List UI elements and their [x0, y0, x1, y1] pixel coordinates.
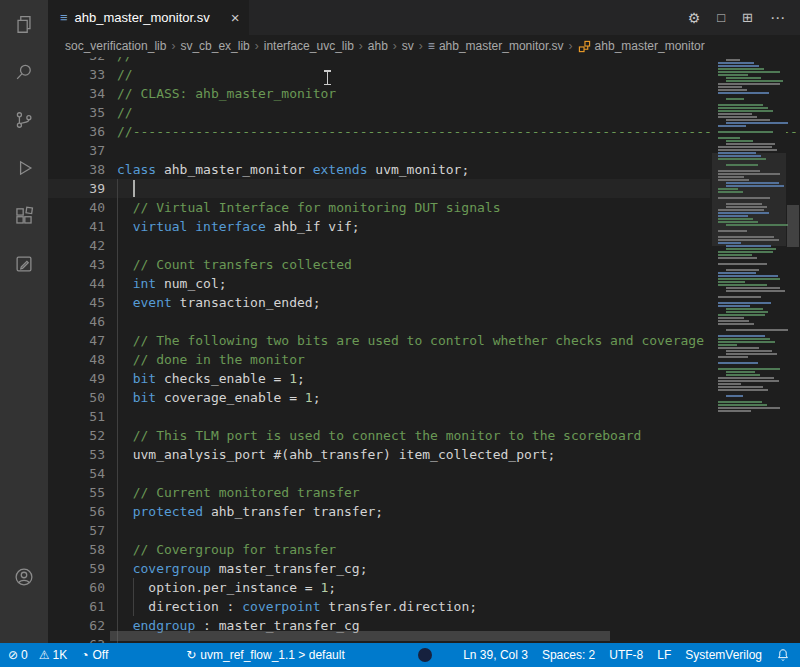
- notifications-bell-icon[interactable]: [776, 648, 790, 662]
- source-control-icon[interactable]: [0, 96, 48, 144]
- uvm-flow-status[interactable]: ↻ uvm_ref_flow_1.1 > default: [186, 648, 344, 662]
- code-line[interactable]: 34// CLASS: ahb_master_monitor: [48, 84, 710, 103]
- breadcrumb-item[interactable]: ahb: [368, 39, 388, 53]
- line-number[interactable]: 56: [48, 502, 105, 521]
- code-line[interactable]: 39: [48, 179, 710, 198]
- code-line[interactable]: 38class ahb_master_monitor extends uvm_m…: [48, 160, 710, 179]
- code-line[interactable]: 50 bit coverage_enable = 1;: [48, 388, 710, 407]
- line-number[interactable]: 59: [48, 559, 105, 578]
- code-line[interactable]: 56 protected ahb_transfer transfer;: [48, 502, 710, 521]
- breadcrumb-item-file[interactable]: ≡ ahb_master_monitor.sv: [428, 39, 564, 53]
- line-number[interactable]: 44: [48, 274, 105, 293]
- line-number[interactable]: 47: [48, 331, 105, 350]
- breadcrumb-item[interactable]: interface_uvc_lib: [264, 39, 354, 53]
- code-line[interactable]: 49 bit checks_enable = 1;: [48, 369, 710, 388]
- code-line[interactable]: 40 // Virtual Interface for monitoring D…: [48, 198, 710, 217]
- code-line[interactable]: 42: [48, 236, 710, 255]
- line-number[interactable]: 36: [48, 122, 105, 141]
- extensions-icon[interactable]: [0, 192, 48, 240]
- code-line[interactable]: 33//: [48, 65, 710, 84]
- code-line[interactable]: 55 // Current monitored transfer: [48, 483, 710, 502]
- line-number[interactable]: 38: [48, 160, 105, 179]
- line-number[interactable]: 54: [48, 464, 105, 483]
- code-line[interactable]: 43 // Count transfers collected: [48, 255, 710, 274]
- code-line[interactable]: 54: [48, 464, 710, 483]
- code-line[interactable]: 59 covergroup master_transfer_cg;: [48, 559, 710, 578]
- breadcrumb-item-symbol[interactable]: ahb_master_monitor: [578, 39, 705, 53]
- search-icon[interactable]: [0, 48, 48, 96]
- code-line[interactable]: 32//: [48, 57, 710, 65]
- code-line[interactable]: 48 // done in the monitor: [48, 350, 710, 369]
- split-editor-icon[interactable]: ⊞: [742, 10, 753, 25]
- code-line[interactable]: 60 option.per_instance = 1;: [48, 578, 710, 597]
- account-icon[interactable]: [0, 553, 48, 601]
- run-debug-icon[interactable]: [0, 144, 48, 192]
- code-line[interactable]: 44 int num_col;: [48, 274, 710, 293]
- line-number[interactable]: 57: [48, 521, 105, 540]
- line-number[interactable]: 50: [48, 388, 105, 407]
- code-line[interactable]: 47 // The following two bits are used to…: [48, 331, 710, 350]
- minimap[interactable]: [712, 57, 786, 643]
- line-number[interactable]: 53: [48, 445, 105, 464]
- problems-indicator[interactable]: ⊘ 0 ⚠ 1K: [8, 648, 67, 662]
- line-number[interactable]: 51: [48, 407, 105, 426]
- code-line[interactable]: 46: [48, 312, 710, 331]
- editor[interactable]: 32//33//34// CLASS: ahb_master_monitor35…: [48, 57, 800, 643]
- line-number[interactable]: 48: [48, 350, 105, 369]
- edit-pencil-icon[interactable]: [0, 240, 48, 288]
- line-number[interactable]: 43: [48, 255, 105, 274]
- code-line[interactable]: 51: [48, 407, 710, 426]
- code-line[interactable]: 37: [48, 141, 710, 160]
- line-number[interactable]: 37: [48, 141, 105, 160]
- cursor-position[interactable]: Ln 39, Col 3: [463, 648, 528, 662]
- code-line[interactable]: 57: [48, 521, 710, 540]
- layout-icon[interactable]: □: [717, 10, 725, 25]
- language-mode[interactable]: SystemVerilog: [685, 648, 762, 662]
- code-line[interactable]: 45 event transaction_ended;: [48, 293, 710, 312]
- tab-ahb-master-monitor[interactable]: ≡ ahb_master_monitor.sv ×: [48, 0, 249, 35]
- line-number[interactable]: 52: [48, 426, 105, 445]
- more-actions-icon[interactable]: ⋯: [770, 9, 785, 27]
- explorer-icon[interactable]: [0, 0, 48, 48]
- line-number[interactable]: 40: [48, 198, 105, 217]
- text-cursor: [133, 180, 135, 197]
- breadcrumb-item[interactable]: sv: [402, 39, 414, 53]
- line-number[interactable]: 39: [48, 179, 105, 198]
- encoding-status[interactable]: UTF-8: [609, 648, 643, 662]
- close-tab-icon[interactable]: ×: [231, 9, 240, 26]
- meter-status[interactable]: ◔ Off: [81, 648, 108, 662]
- code-line[interactable]: 61 direction : coverpoint transfer.direc…: [48, 597, 710, 616]
- code-line[interactable]: 53 uvm_analysis_port #(ahb_transfer) ite…: [48, 445, 710, 464]
- line-number[interactable]: 49: [48, 369, 105, 388]
- code-line[interactable]: 58 // Covergroup for transfer: [48, 540, 710, 559]
- settings-gear-icon[interactable]: ⚙: [688, 10, 701, 26]
- code-line[interactable]: 41 virtual interface ahb_if vif;: [48, 217, 710, 236]
- line-number[interactable]: 62: [48, 616, 105, 635]
- eol-status[interactable]: LF: [657, 648, 671, 662]
- breadcrumb-item[interactable]: sv_cb_ex_lib: [180, 39, 249, 53]
- breadcrumb-item[interactable]: soc_verification_lib: [65, 39, 166, 53]
- record-indicator[interactable]: [418, 648, 432, 662]
- code-line[interactable]: 35//: [48, 103, 710, 122]
- vertical-scrollbar[interactable]: [786, 57, 800, 643]
- line-number[interactable]: 33: [48, 65, 105, 84]
- line-number[interactable]: 41: [48, 217, 105, 236]
- line-number[interactable]: 32: [48, 57, 105, 65]
- horizontal-scrollbar[interactable]: [110, 631, 610, 641]
- line-number[interactable]: 61: [48, 597, 105, 616]
- indentation-status[interactable]: Spaces: 2: [542, 648, 595, 662]
- chevron-right-icon: ›: [359, 39, 363, 53]
- line-number[interactable]: 42: [48, 236, 105, 255]
- code-lines[interactable]: 32//33//34// CLASS: ahb_master_monitor35…: [48, 57, 710, 643]
- line-number[interactable]: 60: [48, 578, 105, 597]
- line-number[interactable]: 46: [48, 312, 105, 331]
- code-line[interactable]: 52 // This TLM port is used to connect t…: [48, 426, 710, 445]
- line-number[interactable]: 35: [48, 103, 105, 122]
- line-number[interactable]: 34: [48, 84, 105, 103]
- code-line[interactable]: 36//------------------------------------…: [48, 122, 710, 141]
- line-number[interactable]: 58: [48, 540, 105, 559]
- vertical-scrollbar-thumb[interactable]: [787, 205, 799, 247]
- line-number[interactable]: 55: [48, 483, 105, 502]
- line-number[interactable]: 63: [48, 635, 105, 643]
- line-number[interactable]: 45: [48, 293, 105, 312]
